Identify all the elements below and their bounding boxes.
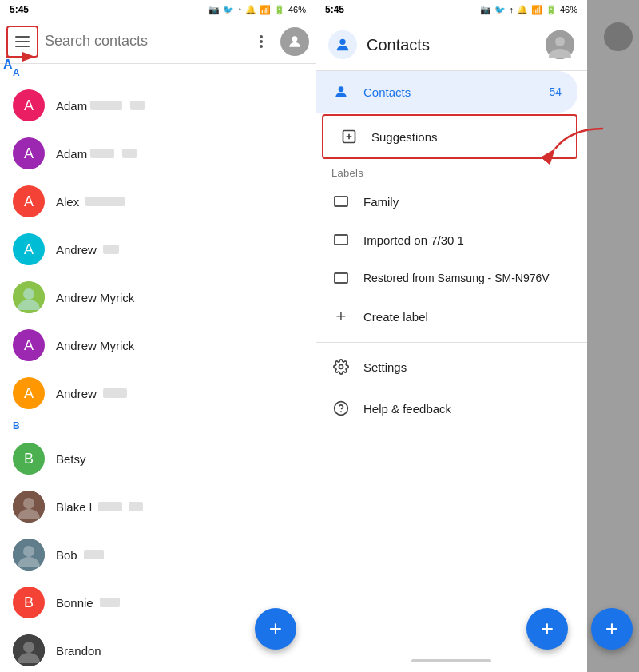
avatar <box>13 634 45 666</box>
redacted-text <box>103 245 119 254</box>
hamburger-icon <box>15 36 30 47</box>
contact-name: Alex <box>56 195 125 209</box>
add-contact-fab[interactable]: + <box>255 608 296 650</box>
redacted-icon <box>122 149 137 158</box>
contact-name: Blake l <box>56 500 143 514</box>
svg-point-15 <box>555 37 565 46</box>
contact-name: Andrew <box>56 387 127 400</box>
gray-avatar <box>604 22 633 51</box>
nav-contacts[interactable]: Contacts 54 <box>316 71 577 113</box>
contacts-nav-label: Contacts <box>363 85 536 99</box>
right-panel: 5:45 📷 🐦 ↑ 🔔 📶 🔋 46% Contacts Contacts 5… <box>316 0 587 672</box>
contact-name: Betsy <box>56 452 86 466</box>
more-options-button[interactable] <box>248 29 274 54</box>
suggestions-nav-label: Suggestions <box>371 130 560 144</box>
signal-icon: 📶 <box>531 5 542 15</box>
avatar: B <box>13 443 45 475</box>
contacts-nav-icon <box>331 82 351 101</box>
svg-point-0 <box>292 36 298 42</box>
svg-point-13 <box>339 39 345 45</box>
avatar: A <box>13 137 45 169</box>
contact-name: Andrew Myrick <box>56 339 134 352</box>
svg-point-4 <box>23 288 34 300</box>
nav-suggestions[interactable]: Suggestions <box>322 114 577 159</box>
avatar <box>13 281 45 313</box>
gray-strip: + <box>587 0 639 672</box>
right-status-bar: 5:45 📷 🐦 ↑ 🔔 📶 🔋 46% <box>316 0 587 19</box>
create-label-button[interactable]: + Create label <box>316 297 587 336</box>
right-status-time: 5:45 <box>325 4 344 15</box>
list-item[interactable]: Andrew Myrick <box>0 273 316 321</box>
redacted-text <box>103 388 127 398</box>
list-item[interactable]: A Andrew <box>0 225 316 273</box>
battery-percent: 46% <box>560 5 577 14</box>
a-label: A <box>3 58 13 72</box>
notification-icon: 🔔 <box>245 5 256 15</box>
upload-icon: ↑ <box>237 5 242 14</box>
help-feedback-label: Help & feedback <box>363 402 571 416</box>
list-item[interactable]: B Betsy <box>0 435 316 483</box>
settings-icon <box>331 357 351 376</box>
contact-name: Andrew Myrick <box>56 291 134 304</box>
contact-name: Brandon <box>56 644 101 658</box>
suggestions-icon <box>339 127 359 146</box>
redacted-text <box>98 502 122 511</box>
label-restored[interactable]: Restored from Samsung - SM-N976V <box>316 259 587 297</box>
label-imported[interactable]: Imported on 7/30 1 <box>316 221 587 259</box>
bottom-section: Settings Help & feedback <box>316 342 587 429</box>
label-imported-icon <box>331 230 351 249</box>
avatar: B <box>13 587 45 618</box>
redacted-icon <box>130 101 145 110</box>
contact-name: Adam <box>56 99 145 113</box>
redacted-text <box>90 101 122 110</box>
right-user-avatar[interactable] <box>546 30 574 59</box>
battery-icon: 🔋 <box>546 5 557 15</box>
upload-icon: ↑ <box>509 5 514 14</box>
redacted-text <box>85 197 125 206</box>
user-avatar[interactable] <box>280 27 309 56</box>
list-item[interactable]: Blake l <box>0 483 316 531</box>
section-b-label: B <box>0 417 316 435</box>
battery-icon: 🔋 <box>274 5 285 15</box>
redacted-text <box>90 149 114 158</box>
camera-icon: 📷 <box>208 5 220 15</box>
redacted-text <box>100 598 120 607</box>
avatar <box>13 539 45 571</box>
avatar: A <box>13 233 45 265</box>
right-add-fab[interactable]: + <box>526 608 568 650</box>
svg-point-8 <box>23 546 34 557</box>
label-family[interactable]: Family <box>316 182 587 221</box>
svg-point-6 <box>23 498 34 509</box>
contacts-list[interactable]: A A Adam A Adam A Alex <box>0 64 316 672</box>
label-imported-text: Imported on 7/30 1 <box>363 233 464 247</box>
left-status-bar: 5:45 📷 🐦 ↑ 🔔 📶 🔋 46% <box>0 0 316 19</box>
avatar: A <box>13 377 45 409</box>
contact-name: Bonnie <box>56 596 120 610</box>
section-a-label: A <box>0 64 316 82</box>
battery-percent: 46% <box>288 5 306 14</box>
avatar: A <box>13 185 45 217</box>
list-item[interactable]: A Andrew <box>0 369 316 417</box>
left-status-time: 5:45 <box>10 4 29 15</box>
list-item[interactable]: A Alex <box>0 177 316 225</box>
drawer-title: Contacts <box>367 36 430 54</box>
contact-name: Adam <box>56 147 137 161</box>
gray-fab[interactable]: + <box>591 608 633 650</box>
list-item[interactable]: A Adam <box>0 82 316 129</box>
list-item[interactable]: Bob <box>0 531 316 579</box>
contacts-nav-badge: 54 <box>549 85 562 98</box>
list-item[interactable]: A Andrew Myrick <box>0 321 316 369</box>
list-item[interactable]: A Adam <box>0 129 316 177</box>
svg-point-16 <box>339 86 344 92</box>
signal-icon: 📶 <box>260 5 271 15</box>
twitter-icon: 🐦 <box>494 5 506 15</box>
settings-label: Settings <box>363 360 571 374</box>
search-input[interactable]: Search contacts <box>45 33 242 50</box>
create-label-icon: + <box>331 307 351 326</box>
settings-item[interactable]: Settings <box>316 346 587 388</box>
menu-button[interactable] <box>6 26 38 58</box>
label-family-icon <box>331 192 351 211</box>
avatar: A <box>13 329 45 361</box>
help-feedback-item[interactable]: Help & feedback <box>316 388 587 429</box>
avatar: A <box>13 89 45 121</box>
